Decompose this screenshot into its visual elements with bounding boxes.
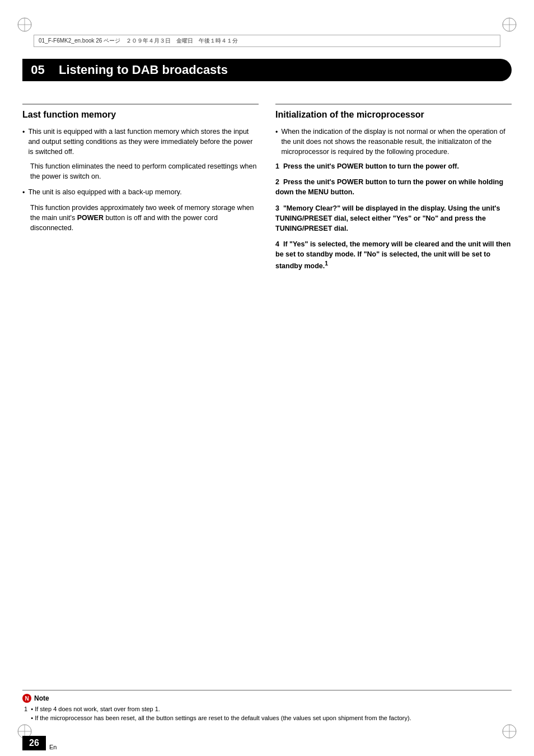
right-intro-bullet: • When the indication of the display is … — [275, 127, 512, 157]
note-item-1: 1 • If step 4 does not work, start over … — [24, 705, 512, 713]
left-indent-1: This function eliminates the need to per… — [30, 161, 259, 181]
note-header: N Note — [22, 694, 512, 703]
step-4: 4 If "Yes" is selected, the memory will … — [275, 239, 512, 272]
chapter-number: 05 — [22, 63, 53, 77]
bullet-dot-1: • — [22, 127, 25, 157]
chapter-title: Listening to DAB broadcasts — [59, 63, 228, 77]
regmark-bottom-right — [502, 724, 517, 739]
right-column: Initialization of the microprocessor • W… — [275, 98, 512, 689]
right-section-title: Initialization of the microprocessor — [275, 109, 512, 121]
page-lang: En — [49, 744, 57, 750]
left-section-divider — [22, 104, 259, 105]
step-2: 2 Press the unit's POWER button to turn … — [275, 177, 512, 197]
bullet-dot-2: • — [22, 188, 25, 198]
note-section: N Note 1 • If step 4 does not work, star… — [22, 690, 512, 722]
right-intro-text: When the indication of the display is no… — [281, 127, 512, 157]
left-column: Last function memory • This unit is equi… — [22, 98, 259, 689]
step-1: 1 Press the unit's POWER button to turn … — [275, 161, 512, 171]
regmark-top-left — [17, 17, 32, 32]
page: 01_F-F6MK2_en.book 26 ページ ２０９年４月３日 金曜日 午… — [0, 0, 534, 756]
chapter-bar: 05 Listening to DAB broadcasts — [22, 59, 512, 81]
step-2-num: 2 — [275, 178, 279, 186]
right-bullet-dot: • — [275, 127, 278, 157]
left-indent-2: This function provides approximately two… — [30, 203, 259, 233]
note-icon: N — [22, 694, 31, 703]
regmark-top-right — [502, 17, 517, 32]
step-3: 3 "Memory Clear?" will be displayed in t… — [275, 203, 512, 234]
left-section-title: Last function memory — [22, 109, 259, 121]
right-section-divider — [275, 104, 512, 105]
note-label: Note — [34, 694, 49, 702]
left-bullet-1-text: This unit is equipped with a last functi… — [28, 127, 259, 157]
note-item-2: • If the microprocessor has been reset, … — [24, 714, 512, 722]
step-4-num: 4 — [275, 240, 279, 248]
step-3-num: 3 — [275, 204, 279, 212]
left-bullet-2: • The unit is also equipped with a back-… — [22, 187, 259, 198]
step-1-num: 1 — [275, 162, 279, 170]
file-header: 01_F-F6MK2_en.book 26 ページ ２０９年４月３日 金曜日 午… — [34, 35, 500, 47]
file-header-text: 01_F-F6MK2_en.book 26 ページ ２０９年４月３日 金曜日 午… — [39, 37, 238, 45]
page-number: 26 — [22, 736, 46, 750]
left-bullet-1: • This unit is equipped with a last func… — [22, 127, 259, 157]
left-bullet-2-text: The unit is also equipped with a back-up… — [28, 187, 259, 198]
content-area: Last function memory • This unit is equi… — [22, 98, 512, 689]
